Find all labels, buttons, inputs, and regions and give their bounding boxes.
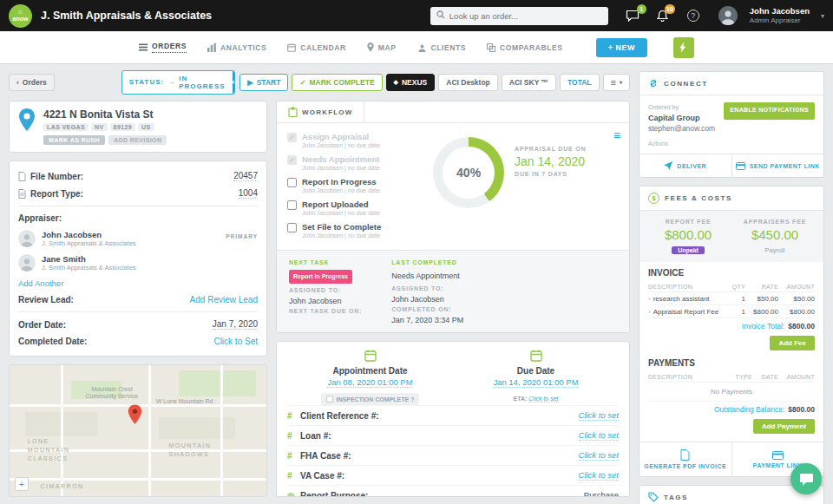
field-value[interactable]: Purchase xyxy=(584,490,619,497)
anow-logo[interactable]: ⌂ anow xyxy=(9,4,32,28)
actions-label: Actions xyxy=(640,141,823,154)
order-search[interactable] xyxy=(430,7,608,25)
step-sub: John Jacobsen | no due date xyxy=(302,141,380,149)
enable-notifications-button[interactable]: ENABLE NOTIFICATIONS xyxy=(724,102,815,120)
map-pin-icon xyxy=(367,43,374,52)
send-payment-link-label: SEND PAYMENT LINK xyxy=(750,163,820,169)
due-date-value[interactable]: Jan 14, 2020 01:00 PM xyxy=(493,377,578,388)
user-menu[interactable]: John Jacobsen Admin Appraiser xyxy=(750,6,810,25)
file-number-value[interactable]: 20457 xyxy=(233,171,258,181)
user-role: Admin Appraiser xyxy=(750,16,810,25)
checkbox-empty-icon[interactable] xyxy=(287,223,297,232)
map-area-label: CIMARRON xyxy=(41,483,84,489)
deliver-button[interactable]: DELIVER xyxy=(640,154,731,177)
property-map[interactable]: Mountain Crest Community Service W Lone … xyxy=(9,364,267,497)
add-fee-button[interactable]: Add Fee xyxy=(770,336,815,350)
checkbox-empty-icon[interactable] xyxy=(287,178,297,187)
primary-tag: PRIMARY xyxy=(226,233,258,239)
mark-complete-button[interactable]: ✓ MARK COMPLETE xyxy=(292,74,382,91)
toolbar-menu-button[interactable]: ≡ ▾ xyxy=(603,74,630,91)
workflow-step[interactable]: Report UploadedJohn Jacobsen | no due da… xyxy=(287,200,433,217)
add-payment-button[interactable]: Add Payment xyxy=(753,419,815,434)
field-value[interactable]: Click to set xyxy=(579,410,619,421)
add-another-link[interactable]: Add Another xyxy=(18,278,63,288)
assigned-to-label: ASSIGNED TO: xyxy=(289,285,362,296)
workflow-card: WORKFLOW ✓ Assign AppraisalJohn Jacobsen… xyxy=(276,101,630,333)
generate-pdf-invoice-button[interactable]: GENERATE PDF INVOICE xyxy=(640,442,731,476)
calendar-icon xyxy=(530,350,542,362)
field-value[interactable]: Click to set xyxy=(579,430,619,441)
status-dropdown[interactable]: STATUS: → IN PROGRESS ▾ xyxy=(121,70,235,95)
checkbox-checked-icon[interactable]: ✓ xyxy=(287,133,297,142)
invoice-description: Appraisal Report Fee xyxy=(653,308,719,316)
tab-clients[interactable]: CLIENTS xyxy=(417,43,467,52)
tab-orders[interactable]: ORDERS xyxy=(139,42,187,53)
target-icon: ◎ xyxy=(287,491,300,498)
order-date-value[interactable]: Jan 7, 2020 xyxy=(213,319,258,330)
total-button[interactable]: TOTAL xyxy=(560,74,600,91)
inspection-complete-checkbox[interactable]: INSPECTION COMPLETE ? xyxy=(321,393,420,405)
nexus-button[interactable]: ◆ NEXUS xyxy=(386,74,436,91)
clipboard-icon xyxy=(288,107,298,117)
workflow-step[interactable]: Set File to CompleteJohn Jacobsen | no d… xyxy=(287,222,433,239)
order-toolbar: ‹ Orders STATUS: → IN PROGRESS ▾ ▶ START… xyxy=(9,71,630,93)
eta-value[interactable]: Click to set xyxy=(528,396,558,403)
workflow-step[interactable]: ✓ Needs AppointmentJohn Jacobsen | no du… xyxy=(287,154,433,172)
back-label: Orders xyxy=(23,78,47,87)
tab-comparables[interactable]: COMPARABLES xyxy=(487,43,563,52)
appraiser-name: John Jacobsen xyxy=(42,230,136,239)
field-value[interactable]: Click to set xyxy=(579,470,619,481)
fees-costs-card: $ FEES & COSTS REPORT FEE $800.00 Unpaid… xyxy=(639,186,824,477)
checkbox-checked-icon[interactable]: ✓ xyxy=(287,155,297,165)
property-address[interactable]: 4221 N Bonita Vista St xyxy=(43,108,167,121)
back-to-orders-button[interactable]: ‹ Orders xyxy=(9,74,55,91)
chat-bubble-icon xyxy=(799,473,814,486)
invoice-rate: $800.00 xyxy=(745,308,778,316)
appointment-date-value[interactable]: Jan 08, 2020 01:00 PM xyxy=(327,377,412,388)
appraiser-row[interactable]: John Jacobsen J. Smith Appraisals & Asso… xyxy=(18,226,258,251)
field-value[interactable]: Click to set xyxy=(579,450,619,461)
new-order-button[interactable]: + NEW xyxy=(596,38,647,57)
tab-analytics[interactable]: ANALYTICS xyxy=(207,43,266,52)
payments-header-row: DESCRIPTION TYPE DATE AMOUNT xyxy=(648,371,815,382)
workflow-step[interactable]: ✓ Assign AppraisalJohn Jacobsen | no due… xyxy=(287,132,433,149)
user-avatar[interactable] xyxy=(718,6,738,25)
workflow-menu-icon[interactable]: ≡ xyxy=(613,128,620,142)
completed-date-value[interactable]: Click to Set xyxy=(213,337,258,346)
list-icon xyxy=(139,43,148,51)
map-label: Mountain Crest Community Service xyxy=(82,386,142,400)
chat-fab-button[interactable] xyxy=(790,463,822,494)
invoice-row[interactable]: ›research assistant 1 $50.00 $50.00 xyxy=(648,291,815,304)
checkbox-empty-icon[interactable] xyxy=(287,200,297,210)
workflow-step[interactable]: Report In ProgressJohn Jacobsen | no due… xyxy=(287,177,433,194)
appraiser-row[interactable]: Jane Smith J. Smith Appraisals & Associa… xyxy=(18,251,258,275)
send-payment-link-button[interactable]: SEND PAYMENT LINK xyxy=(731,154,824,177)
unpaid-badge[interactable]: Unpaid xyxy=(672,246,705,254)
start-button[interactable]: ▶ START xyxy=(239,74,288,91)
notifications-button[interactable]: 10 xyxy=(657,10,668,22)
search-input[interactable] xyxy=(449,11,602,21)
ordered-by-email[interactable]: stephen@anow.com xyxy=(648,123,715,134)
field-row: # Loan #: Click to set xyxy=(287,425,619,445)
add-review-lead-link[interactable]: Add Review Lead xyxy=(190,295,258,304)
field-label: Report Purpose: xyxy=(300,491,368,498)
property-pin-icon[interactable] xyxy=(128,404,142,427)
add-revision-button[interactable]: ADD REVISION xyxy=(108,135,167,145)
quick-action-button[interactable] xyxy=(673,37,694,58)
tab-calendar[interactable]: CALENDAR xyxy=(287,43,346,52)
status-caret[interactable]: ▾ xyxy=(233,71,236,94)
step-label: Needs Appointment xyxy=(302,154,380,164)
tab-map[interactable]: MAP xyxy=(367,43,397,52)
mark-as-rush-button[interactable]: MARK AS RUSH xyxy=(43,135,105,145)
messages-button[interactable]: 1 xyxy=(626,10,640,22)
file-number-label: File Number: xyxy=(30,172,83,181)
map-zoom-button[interactable]: + xyxy=(15,477,29,491)
aci-sky-button[interactable]: ACI SKY ™ xyxy=(502,74,556,91)
col-type: TYPE xyxy=(731,374,752,380)
report-type-value[interactable]: 1004 xyxy=(239,188,258,199)
help-button[interactable]: ? xyxy=(687,10,699,22)
workflow-tab[interactable]: WORKFLOW xyxy=(277,101,364,122)
invoice-row[interactable]: ›Appraisal Report Fee 1 $800.00 $800.00 xyxy=(648,304,815,317)
connect-title: CONNECT xyxy=(664,80,708,88)
aci-desktop-button[interactable]: ACI Desktop xyxy=(438,74,498,91)
